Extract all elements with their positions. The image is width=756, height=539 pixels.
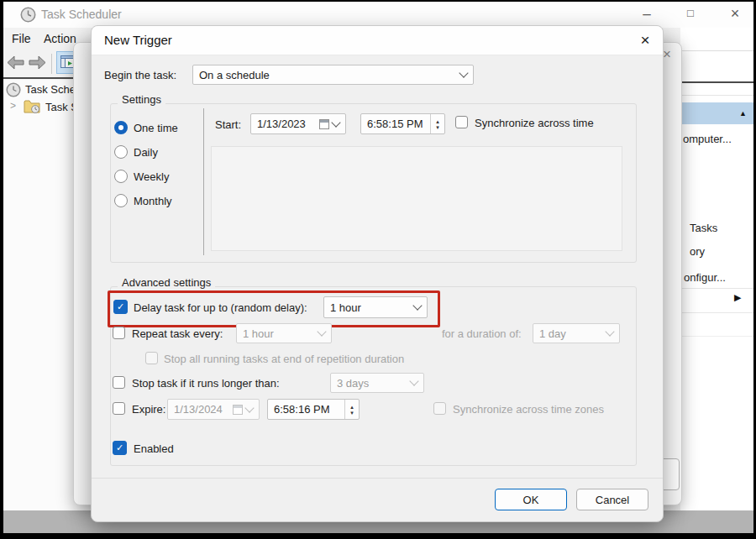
calendar-icon — [319, 119, 329, 129]
ok-button[interactable]: OK — [495, 489, 567, 510]
screen: Task Scheduler – □ × File Action — [0, 0, 756, 539]
spinner-arrows[interactable]: ▴▾ — [344, 400, 359, 419]
stop-task-label[interactable]: Stop task if it runs longer than: — [132, 377, 280, 390]
toolbar-separator — [51, 54, 52, 74]
radio-daily-label[interactable]: Daily — [134, 146, 158, 159]
calendar-icon — [233, 405, 243, 415]
expire-time-spinner[interactable]: 6:58:16 PM ▴▾ — [267, 399, 360, 420]
delay-duration-select[interactable]: 1 hour — [323, 296, 428, 318]
chevron-down-icon — [412, 301, 422, 310]
expire-date-value: 1/13/2024 — [174, 403, 233, 416]
sync-time-checkbox[interactable] — [455, 116, 468, 128]
actions-panel-divider — [680, 288, 753, 289]
tree-item-task-scheduler[interactable]: Task Sche — [25, 83, 76, 96]
settings-vertical-divider — [203, 108, 204, 255]
ok-button-label: OK — [523, 494, 539, 506]
enabled-label[interactable]: Enabled — [134, 442, 174, 455]
maximize-button[interactable]: □ — [679, 7, 702, 19]
begin-task-select[interactable]: On a schedule — [192, 65, 474, 85]
enabled-checkbox[interactable] — [113, 441, 127, 455]
action-item-connect-computer[interactable]: omputer... — [683, 133, 732, 145]
close-button[interactable]: × — [723, 5, 747, 23]
repeat-interval-value: 1 hour — [243, 327, 318, 340]
delay-duration-value: 1 hour — [330, 301, 414, 314]
task-scheduler-app-icon — [20, 7, 36, 23]
collapse-arrow-icon[interactable]: ▲ — [739, 109, 747, 118]
repeat-interval-select: 1 hour — [236, 323, 332, 343]
delay-task-checkbox[interactable] — [113, 300, 128, 314]
duration-value: 1 day — [539, 327, 606, 340]
start-date-picker[interactable]: 1/13/2023 — [250, 113, 346, 134]
back-arrow-icon[interactable] — [7, 55, 24, 70]
chevron-down-icon — [605, 327, 614, 336]
menu-file[interactable]: File — [12, 32, 31, 45]
radio-weekly-label[interactable]: Weekly — [134, 170, 169, 183]
actions-panel-divider — [680, 50, 753, 51]
tree-expand-chevron-icon[interactable]: > — [10, 100, 16, 112]
start-date-value: 1/13/2023 — [257, 118, 319, 130]
settings-legend: Settings — [118, 93, 165, 106]
expire-checkbox[interactable] — [113, 402, 125, 415]
spin-up-icon[interactable]: ▴ — [350, 404, 354, 410]
chevron-down-icon — [244, 403, 254, 412]
radio-weekly[interactable] — [114, 170, 128, 183]
footer-divider — [92, 478, 663, 479]
spin-up-icon[interactable]: ▴ — [436, 118, 439, 124]
action-item-service-configure[interactable]: onfigur... — [684, 271, 726, 284]
actions-panel: ▲ omputer... Tasks ory onfigur... ▶ — [680, 28, 753, 510]
task-library-folder-icon — [24, 98, 42, 114]
advanced-settings-legend: Advanced settings — [118, 276, 215, 289]
radio-one-time[interactable] — [114, 121, 128, 134]
spin-down-icon[interactable]: ▾ — [436, 124, 439, 130]
stop-all-tasks-checkbox — [145, 352, 158, 364]
repeat-task-label[interactable]: Repeat task every: — [132, 327, 223, 340]
stop-task-duration-select: 3 days — [330, 373, 424, 393]
begin-task-value: On a schedule — [199, 69, 460, 81]
start-time-value: 6:58:15 PM — [367, 118, 428, 130]
radio-one-time-label[interactable]: One time — [134, 122, 178, 134]
action-item-running-tasks[interactable]: Tasks — [690, 222, 717, 234]
expire-label[interactable]: Expire: — [132, 403, 165, 416]
actions-panel-divider — [680, 95, 753, 96]
expire-date-picker: 1/13/2024 — [167, 399, 260, 420]
stop-task-duration-value: 3 days — [337, 377, 411, 390]
expand-arrow-icon[interactable]: ▶ — [734, 292, 741, 303]
window-title: Task Scheduler — [41, 8, 122, 21]
duration-select: 1 day — [533, 323, 620, 343]
stop-all-tasks-label: Stop all running tasks at end of repetit… — [164, 353, 404, 365]
delay-task-label[interactable]: Delay task for up to (random delay): — [134, 301, 307, 314]
create-task-close-icon[interactable]: × — [663, 46, 671, 63]
dialog-title: New Trigger — [104, 33, 172, 47]
actions-panel-divider — [680, 312, 753, 313]
forward-arrow-icon[interactable] — [29, 55, 46, 70]
dialog-close-icon[interactable]: × — [634, 31, 656, 50]
repeat-task-checkbox[interactable] — [113, 327, 125, 339]
radio-daily[interactable] — [114, 145, 128, 159]
new-trigger-dialog: New Trigger × Begin the task: On a sched… — [91, 25, 664, 522]
cancel-button[interactable]: Cancel — [576, 489, 648, 510]
duration-label: for a duration of: — [442, 327, 522, 340]
schedule-subpanel — [211, 146, 622, 251]
action-item-tasks-history[interactable]: ory — [690, 245, 705, 258]
window-titlebar: Task Scheduler – □ × — [3, 2, 753, 28]
begin-task-label: Begin the task: — [104, 69, 176, 81]
sync-time-label[interactable]: Synchronize across time — [475, 117, 594, 129]
actions-panel-header[interactable]: ▲ — [680, 102, 753, 124]
spin-down-icon[interactable]: ▾ — [350, 410, 354, 416]
stop-task-checkbox[interactable] — [113, 376, 125, 389]
task-scheduler-root-icon — [6, 82, 21, 97]
spinner-arrows[interactable]: ▴▾ — [430, 114, 444, 133]
cancel-button-label: Cancel — [596, 494, 629, 506]
radio-monthly[interactable] — [114, 194, 128, 207]
minimize-button[interactable]: – — [635, 6, 659, 23]
radio-monthly-label[interactable]: Monthly — [134, 195, 172, 207]
chevron-down-icon — [331, 118, 340, 127]
chevron-down-icon — [459, 68, 468, 77]
actions-panel-dark-divider — [680, 81, 753, 83]
chevron-down-icon — [317, 327, 326, 336]
new-trigger-titlebar: New Trigger × — [92, 26, 663, 55]
chevron-down-icon — [409, 376, 418, 385]
menu-action[interactable]: Action — [44, 32, 76, 45]
start-label: Start: — [215, 118, 241, 131]
start-time-spinner[interactable]: 6:58:15 PM ▴▾ — [360, 113, 445, 134]
